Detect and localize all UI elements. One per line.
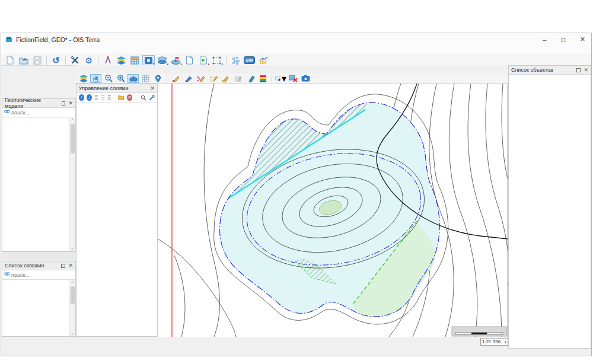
color-scale-button[interactable] — [257, 74, 269, 83]
geo-models-tree — [2, 118, 69, 251]
title-bar: FictionField_GEO* - OIS Terra – ▢ ✕ — [1, 33, 591, 46]
main-toolbar: ↺ ⚙ ▾ ▾ ▾ ▾ ▾ SIM — [1, 55, 591, 66]
objects-tree — [509, 75, 591, 76]
points-cloud-button[interactable] — [229, 55, 242, 65]
window-title: FictionField_GEO* - OIS Terra — [16, 36, 100, 43]
open-project-button[interactable] — [17, 55, 30, 65]
traffic-light-yellow[interactable] — [28, 12, 39, 23]
table-button[interactable] — [129, 55, 141, 65]
close-panel-icon[interactable]: ✕ — [584, 67, 588, 73]
select-area-button[interactable]: ▾ — [275, 74, 286, 83]
undo-button[interactable]: ↺ — [50, 55, 62, 65]
layers-panel-title: Управление слоями — [79, 85, 128, 91]
paintbrush-button[interactable] — [183, 74, 194, 83]
draw-points-button[interactable] — [195, 74, 206, 83]
layers-search-icon[interactable] — [141, 94, 146, 101]
layers-toolbar: ↑ ↓ ✕ — [76, 93, 157, 103]
list-mode-icon[interactable] — [107, 94, 111, 101]
minimize-button[interactable]: – — [543, 36, 546, 43]
sim-label: SIM — [244, 56, 254, 64]
layers-manager-button[interactable] — [78, 74, 89, 83]
report-page-button[interactable] — [183, 55, 196, 65]
map-toolbar: ▾ — [76, 74, 508, 84]
objects-panel: Список объектов ✕ — [508, 65, 591, 349]
grid-button[interactable] — [140, 74, 151, 83]
edit-polygon-button[interactable] — [208, 74, 219, 83]
wells-search-row — [2, 270, 75, 280]
camera-button[interactable] — [300, 74, 311, 83]
selection-frame-button[interactable]: ▾ — [211, 55, 223, 65]
location-pin-button[interactable] — [152, 74, 164, 83]
menu-bar — [1, 46, 591, 55]
map-scale-select[interactable]: 1:21 356 ▾ — [480, 338, 508, 346]
wells-scrollbar[interactable]: ˄˅ — [69, 280, 75, 336]
geo-panel-header: Геологические модели ✕ — [2, 99, 75, 108]
edit-disabled-button[interactable] — [232, 74, 244, 83]
pin-icon[interactable] — [62, 101, 66, 106]
new-document-button[interactable] — [4, 55, 16, 65]
layers-button[interactable] — [115, 55, 127, 65]
search-icon — [4, 272, 9, 277]
geo-panel-title: Геологические модели — [5, 97, 59, 109]
geo-tree-scrollbar[interactable]: ˄˅ — [69, 118, 75, 251]
move-layer-down-button[interactable]: ↓ — [87, 94, 92, 101]
zoom-out-button[interactable] — [103, 74, 114, 83]
wells-panel-header: Список скважин ✕ — [2, 261, 75, 270]
statistics-chart-button[interactable] — [257, 55, 269, 65]
layers-manager-panel: Управление слоями ✕ ↑ ↓ ✕ — [76, 84, 158, 337]
traffic-light-green[interactable] — [46, 12, 56, 23]
geo-search-input[interactable] — [11, 110, 74, 116]
tools-button[interactable] — [69, 55, 81, 65]
find-binoculars-button[interactable] — [127, 74, 139, 83]
expand-all-icon[interactable] — [94, 94, 98, 101]
close-panel-icon[interactable]: ✕ — [68, 263, 73, 269]
wells-panel-title: Список скважин — [5, 263, 44, 269]
close-panel-icon[interactable]: ✕ — [68, 100, 73, 106]
measure-compass-button[interactable] — [101, 55, 114, 65]
window-controls: – ▢ ✕ — [543, 33, 585, 46]
clear-selection-button[interactable] — [288, 74, 299, 83]
app-logo-icon — [5, 36, 12, 43]
delete-layer-button[interactable]: ✕ — [127, 94, 132, 101]
map-canvas[interactable] — [158, 84, 508, 337]
layers-panel-header: Управление слоями ✕ — [76, 84, 157, 93]
geo-models-panel: Геологические модели ✕ ˄˅ — [2, 98, 76, 251]
save-button[interactable] — [31, 55, 43, 65]
eraser-button[interactable] — [245, 74, 256, 83]
zoom-in-button[interactable] — [115, 74, 126, 83]
map-drawing — [158, 84, 508, 337]
pan-hand-button[interactable] — [90, 74, 101, 83]
close-panel-icon[interactable]: ✕ — [150, 85, 155, 91]
left-dock: Геологические модели ✕ ˄˅ Список скважин… — [2, 66, 76, 337]
pin-icon[interactable] — [576, 68, 581, 72]
layers-settings-icon[interactable] — [149, 94, 155, 101]
edit-points-button[interactable] — [170, 74, 181, 83]
screen: { "lights": { "red": "#fb3b30", "yellow"… — [0, 0, 593, 364]
pin-icon[interactable] — [61, 264, 65, 268]
close-button[interactable]: ✕ — [580, 36, 585, 43]
chart-view-button[interactable]: ▾ — [197, 55, 209, 65]
chevron-down-icon: ▾ — [505, 340, 506, 344]
map-view-button[interactable]: ▾ — [142, 55, 155, 65]
geo-search-row — [2, 108, 75, 117]
traffic-light-red[interactable] — [11, 12, 22, 23]
move-layer-up-button[interactable]: ↑ — [79, 94, 84, 101]
layers-3d-button[interactable]: ▾ — [156, 55, 168, 65]
wells-search-input[interactable] — [11, 272, 74, 278]
wells-tree — [2, 280, 69, 336]
edit-label-button[interactable] — [220, 74, 231, 83]
geo-panel-tabs — [2, 251, 76, 260]
map-tab-bar — [76, 65, 508, 74]
search-icon — [4, 110, 9, 115]
cross-section-button[interactable]: ▾ — [170, 55, 182, 65]
objects-panel-title: Список объектов — [511, 67, 553, 73]
objects-panel-header: Список объектов ✕ — [509, 66, 591, 75]
new-group-folder-icon[interactable] — [118, 94, 125, 101]
simulator-button[interactable]: SIM — [243, 55, 256, 65]
maximize-button[interactable]: ▢ — [560, 37, 566, 43]
scale-value: 1:21 356 — [482, 339, 500, 344]
scale-bar — [452, 327, 507, 336]
settings-gear-button[interactable]: ⚙ — [82, 55, 95, 65]
wells-panel: Список скважин ✕ ˄˅ — [2, 261, 76, 337]
collapse-all-icon[interactable] — [101, 94, 105, 101]
